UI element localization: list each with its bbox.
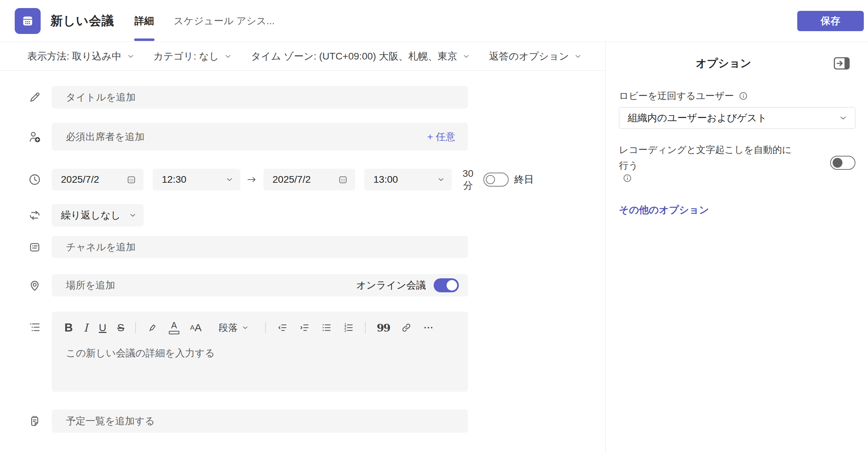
online-meeting-toggle[interactable] bbox=[434, 278, 459, 292]
italic-button[interactable]: I bbox=[84, 321, 88, 334]
channel-input[interactable]: チャネルを追加 bbox=[52, 236, 468, 258]
strikethrough-button[interactable]: S bbox=[117, 322, 124, 334]
all-day-toggle[interactable] bbox=[483, 173, 509, 187]
title-placeholder: タイトルを追加 bbox=[66, 91, 136, 104]
lobby-bypass-label: ロビーを迂回するユーザー bbox=[619, 90, 734, 102]
new-meeting-window: 新しい会議 詳細 スケジュール アシス... 保存 表示方法: 取り込み中 カテ… bbox=[0, 0, 868, 453]
calendar-icon bbox=[338, 174, 348, 185]
chevron-down-icon bbox=[224, 53, 232, 60]
category-label: カテゴリ: なし bbox=[153, 50, 219, 63]
start-date-value: 2025/7/2 bbox=[61, 174, 99, 185]
location-placeholder: 場所を追加 bbox=[66, 279, 115, 292]
channel-placeholder: チャネルを追加 bbox=[66, 241, 136, 254]
page-title: 新しい会議 bbox=[50, 13, 114, 29]
font-size-button[interactable]: AA bbox=[190, 322, 202, 334]
meeting-attributes-bar: 表示方法: 取り込み中 カテゴリ: なし タイム ゾーン: (UTC+09:00… bbox=[0, 42, 605, 71]
save-button[interactable]: 保存 bbox=[797, 11, 864, 31]
required-attendees-input[interactable]: 必須出席者を追加 + 任意 bbox=[52, 123, 468, 151]
add-optional-attendees-link[interactable]: + 任意 bbox=[427, 130, 455, 144]
indent-icon[interactable] bbox=[299, 322, 310, 333]
main-column: 表示方法: 取り込み中 カテゴリ: なし タイム ゾーン: (UTC+09:00… bbox=[0, 42, 606, 453]
underline-button[interactable]: U bbox=[99, 322, 106, 334]
collapse-panel-button[interactable] bbox=[828, 53, 855, 74]
description-icon bbox=[27, 321, 42, 334]
auto-recording-label: レコーディングと文字起こしを自動的に 行う bbox=[619, 142, 801, 173]
bullet-list-icon[interactable] bbox=[321, 322, 332, 333]
start-time-value: 12:30 bbox=[162, 174, 186, 185]
chevron-down-icon bbox=[127, 53, 135, 60]
info-icon[interactable] bbox=[738, 91, 748, 101]
show-as-label: 表示方法: 取り込み中 bbox=[27, 50, 122, 63]
options-panel-title: オプション bbox=[619, 56, 828, 71]
highlighter-icon[interactable] bbox=[147, 322, 158, 333]
header: 新しい会議 詳細 スケジュール アシス... 保存 bbox=[0, 0, 868, 42]
chevron-down-icon bbox=[839, 114, 847, 122]
toolbar-divider bbox=[365, 322, 366, 333]
end-date-value: 2025/7/2 bbox=[273, 174, 311, 185]
clock-icon bbox=[27, 173, 42, 186]
chevron-down-icon bbox=[437, 176, 445, 183]
quote-button[interactable]: 99 bbox=[377, 322, 390, 334]
info-icon[interactable] bbox=[622, 173, 632, 183]
location-pin-icon bbox=[27, 279, 42, 292]
arrow-right-icon bbox=[240, 174, 263, 185]
timezone-label: タイム ゾーン: (UTC+09:00) 大阪、札幌、東京 bbox=[251, 50, 457, 63]
meeting-form: タイトルを追加 必須出席者を追加 bbox=[0, 71, 605, 433]
editor-toolbar: B I U S A bbox=[64, 318, 468, 337]
repeat-value: 繰り返しなし bbox=[61, 209, 121, 222]
agenda-input[interactable]: 予定一覧を追加する bbox=[52, 410, 468, 433]
attendees-placeholder: 必須出席者を追加 bbox=[66, 130, 145, 144]
pencil-icon bbox=[27, 91, 42, 104]
repeat-dropdown[interactable]: 繰り返しなし bbox=[52, 204, 144, 226]
bold-button[interactable]: B bbox=[64, 321, 73, 334]
calendar-icon bbox=[126, 174, 137, 185]
online-meeting-label: オンライン会議 bbox=[356, 279, 426, 292]
agenda-note-icon bbox=[27, 414, 42, 428]
link-icon[interactable] bbox=[401, 322, 412, 333]
duration-label: 30 分 bbox=[460, 168, 476, 191]
calendar-app-icon bbox=[15, 8, 41, 34]
toolbar-divider bbox=[265, 322, 266, 333]
header-tabs: 詳細 スケジュール アシス... bbox=[135, 0, 275, 42]
location-input[interactable]: 場所を追加 オンライン会議 bbox=[52, 274, 468, 297]
agenda-placeholder: 予定一覧を追加する bbox=[66, 414, 155, 428]
more-options-link[interactable]: その他のオプション bbox=[619, 203, 855, 217]
end-time-picker[interactable]: 13:00 bbox=[364, 169, 452, 190]
add-person-icon bbox=[27, 130, 42, 144]
paragraph-style-dropdown[interactable]: 段落 bbox=[219, 321, 249, 334]
start-time-picker[interactable]: 12:30 bbox=[153, 169, 240, 190]
description-placeholder: この新しい会議の詳細を入力する bbox=[66, 347, 468, 360]
lobby-bypass-value: 組織内のユーザーおよびゲスト bbox=[628, 111, 767, 125]
tab-details[interactable]: 詳細 bbox=[135, 0, 154, 42]
channel-icon bbox=[27, 241, 42, 254]
chevron-down-icon bbox=[574, 53, 582, 60]
chevron-down-icon bbox=[226, 176, 233, 183]
chevron-down-icon bbox=[462, 53, 470, 60]
end-date-picker[interactable]: 2025/7/2 bbox=[263, 169, 355, 190]
response-options-label: 返答のオプション bbox=[489, 50, 569, 63]
description-editor[interactable]: B I U S A bbox=[52, 312, 468, 392]
timezone-dropdown[interactable]: タイム ゾーン: (UTC+09:00) 大阪、札幌、東京 bbox=[251, 50, 470, 63]
toolbar-divider bbox=[135, 322, 136, 333]
font-color-button[interactable]: A bbox=[169, 321, 179, 334]
options-panel: オプション ロビーを迂回するユーザー 組織内のユーザーおよびゲスト bbox=[606, 42, 868, 453]
outdent-icon[interactable] bbox=[277, 322, 288, 333]
svg-text:3: 3 bbox=[344, 329, 346, 333]
lobby-bypass-dropdown[interactable]: 組織内のユーザーおよびゲスト bbox=[619, 107, 855, 129]
more-options-icon[interactable] bbox=[423, 322, 434, 333]
start-date-picker[interactable]: 2025/7/2 bbox=[52, 169, 144, 190]
chevron-down-icon bbox=[242, 324, 249, 331]
show-as-dropdown[interactable]: 表示方法: 取り込み中 bbox=[27, 50, 135, 63]
category-dropdown[interactable]: カテゴリ: なし bbox=[153, 50, 232, 63]
title-input[interactable]: タイトルを追加 bbox=[52, 86, 468, 109]
panel-collapse-icon bbox=[833, 56, 851, 71]
response-options-dropdown[interactable]: 返答のオプション bbox=[489, 50, 582, 63]
chevron-down-icon bbox=[129, 211, 137, 219]
auto-recording-toggle[interactable] bbox=[830, 156, 855, 170]
tab-scheduling-assistant[interactable]: スケジュール アシス... bbox=[174, 0, 275, 42]
repeat-icon bbox=[27, 209, 42, 222]
all-day-label: 終日 bbox=[514, 173, 534, 186]
end-time-value: 13:00 bbox=[373, 174, 398, 185]
numbered-list-icon[interactable]: 1 2 3 bbox=[343, 322, 354, 333]
